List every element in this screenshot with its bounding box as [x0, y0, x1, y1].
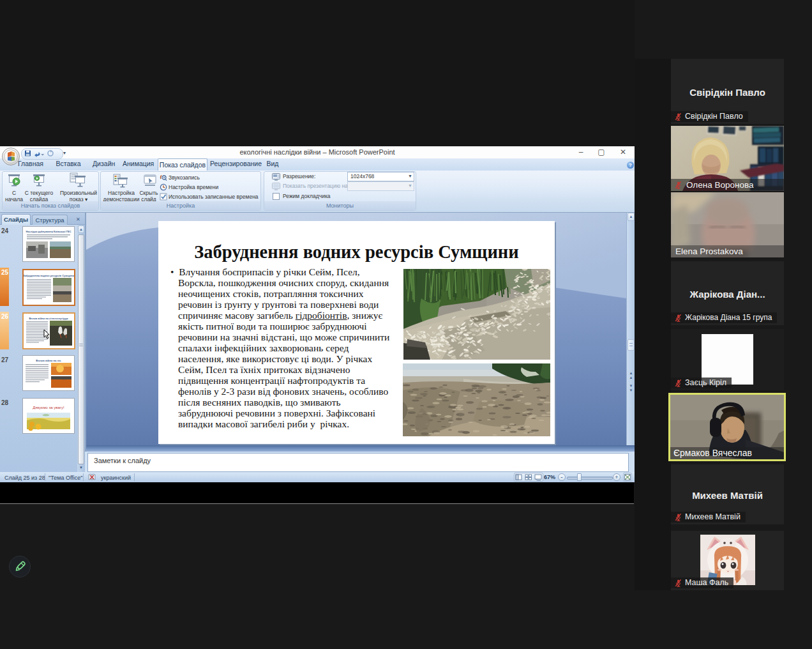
- svg-text:Дякуємо за увагу!: Дякуємо за увагу!: [33, 406, 64, 409]
- svg-text:Elena Prostakova: Elena Prostakova: [675, 247, 743, 256]
- svg-text:Єрмаков Вячеслав: Єрмаков Вячеслав: [673, 448, 752, 458]
- svg-text:Олена Воронова: Олена Воронова: [686, 180, 754, 190]
- svg-text:Забруднення водних ресурсів Су: Забруднення водних ресурсів Сумщини: [24, 274, 74, 277]
- svg-text:Наслідки руйнування Київської: Наслідки руйнування Київської ГЕС: [26, 230, 71, 233]
- svg-text:Вплив війни на сільгоспугіддя: Вплив війни на сільгоспугіддя: [29, 317, 68, 320]
- svg-text:Вплив війни на ліс: Вплив війни на ліс: [36, 359, 61, 362]
